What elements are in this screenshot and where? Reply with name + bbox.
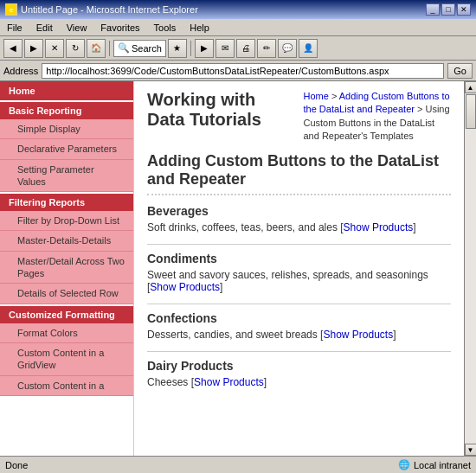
page-body: Home Basic Reporting Simple Display Decl… <box>0 81 464 456</box>
sidebar-item-custom-content-gridview[interactable]: Custom Content in a GridView <box>0 343 133 376</box>
scrollbar-thumb[interactable] <box>466 94 476 129</box>
breadcrumb-home[interactable]: Home <box>304 91 329 101</box>
title-bar: e Untitled Page - Microsoft Internet Exp… <box>0 0 476 19</box>
sidebar-item-details-selected-row[interactable]: Details of Selected Row <box>0 284 133 304</box>
menu-tools[interactable]: Tools <box>151 22 180 34</box>
breadcrumb-sep1: > <box>331 91 339 101</box>
category-name-confections: Confections <box>147 311 451 325</box>
address-label: Address <box>3 66 38 76</box>
article-title: Adding Custom Buttons to the DataList an… <box>147 152 451 195</box>
menu-edit[interactable]: Edit <box>33 22 56 34</box>
mail-button[interactable]: ✉ <box>215 39 235 58</box>
toolbar: ◀ ▶ ✕ ↻ 🏠 🔍 Search ★ ▶ ✉ 🖨 ✏ 💬 👤 <box>0 36 476 61</box>
address-bar: Address Go <box>0 61 476 81</box>
category-desc-beverages: Soft drinks, coffees, teas, beers, and a… <box>147 221 451 233</box>
search-box[interactable]: 🔍 Search <box>113 40 166 57</box>
divider-3 <box>147 351 451 352</box>
scrollbar[interactable]: ▲ ▼ <box>464 81 476 456</box>
category-desc-confections: Desserts, candies, and sweet breads [Sho… <box>147 329 451 341</box>
sidebar-item-master-details[interactable]: Master-Details-Details <box>0 231 133 251</box>
home-button[interactable]: 🏠 <box>87 39 106 58</box>
category-dairy: Dairy Products Cheeses [Show Products] <box>147 359 451 388</box>
window-controls[interactable]: _ □ ✕ <box>426 3 471 16</box>
sidebar-item-custom-content-2[interactable]: Custom Content in a <box>0 376 133 396</box>
refresh-button[interactable]: ↻ <box>66 39 85 58</box>
scrollbar-track[interactable] <box>465 93 477 444</box>
category-condiments: Condiments Sweet and savory sauces, reli… <box>147 252 451 293</box>
menu-file[interactable]: File <box>3 22 26 34</box>
category-confections: Confections Desserts, candies, and sweet… <box>147 311 451 341</box>
status-icon: 🌐 <box>398 459 410 470</box>
sidebar-item-master-detail-across[interactable]: Master/Detail Across Two Pages <box>0 252 133 284</box>
browser-content: Home Basic Reporting Simple Display Decl… <box>0 81 476 456</box>
go-button[interactable]: Go <box>447 63 473 79</box>
category-name-dairy: Dairy Products <box>147 359 451 373</box>
sidebar-item-filter-dropdown[interactable]: Filter by Drop-Down List <box>0 211 133 231</box>
main-content: Working with Data Tutorials Home > Addin… <box>134 81 464 456</box>
sidebar-home[interactable]: Home <box>0 81 133 100</box>
media-button[interactable]: ▶ <box>195 39 214 58</box>
sidebar-item-declarative-parameters[interactable]: Declarative Parameters <box>0 139 133 159</box>
minimize-button[interactable]: _ <box>426 3 440 16</box>
menu-favorites[interactable]: Favorites <box>97 22 143 34</box>
address-input[interactable] <box>42 63 444 79</box>
search-label: Search <box>132 43 162 54</box>
status-zone: Local intranet <box>414 460 471 470</box>
sidebar-item-format-colors[interactable]: Format Colors <box>0 323 133 343</box>
show-products-beverages[interactable]: Show Products <box>344 221 414 233</box>
close-button[interactable]: ✕ <box>457 3 471 16</box>
status-text: Done <box>5 460 28 470</box>
site-title: Working with Data Tutorials <box>147 90 295 144</box>
maximize-button[interactable]: □ <box>441 3 455 16</box>
discuss-button[interactable]: 💬 <box>278 39 297 58</box>
show-products-dairy[interactable]: Show Products <box>194 376 264 388</box>
divider-2 <box>147 304 451 304</box>
category-beverages: Beverages Soft drinks, coffees, teas, be… <box>147 204 451 233</box>
category-name-beverages: Beverages <box>147 204 451 218</box>
search-icon: 🔍 <box>118 42 130 54</box>
favorites-button[interactable]: ★ <box>168 39 187 58</box>
sidebar-item-simple-display[interactable]: Simple Display <box>0 119 133 139</box>
show-products-confections[interactable]: Show Products <box>323 329 393 341</box>
divider-1 <box>147 244 451 245</box>
sidebar-section-filtering-reports: Filtering Reports <box>0 194 133 211</box>
category-name-condiments: Condiments <box>147 252 451 265</box>
menu-help[interactable]: Help <box>186 22 213 34</box>
messenger-button[interactable]: 👤 <box>299 39 318 58</box>
edit-button[interactable]: ✏ <box>257 39 276 58</box>
sidebar-section-basic-reporting: Basic Reporting <box>0 102 133 119</box>
toolbar-separator <box>109 41 110 56</box>
forward-button[interactable]: ▶ <box>24 39 43 58</box>
sidebar-item-setting-parameter-values[interactable]: Setting Parameter Values <box>0 160 133 193</box>
toolbar-separator2 <box>190 41 191 56</box>
print-button[interactable]: 🖨 <box>236 39 255 58</box>
sidebar-section-customized-formatting: Customized Formatting <box>0 306 133 323</box>
category-desc-condiments: Sweet and savory sauces, relishes, sprea… <box>147 269 451 293</box>
show-products-condiments[interactable]: Show Products <box>150 281 220 293</box>
scroll-up-button[interactable]: ▲ <box>465 81 477 93</box>
stop-button[interactable]: ✕ <box>45 39 64 58</box>
sidebar: Home Basic Reporting Simple Display Decl… <box>0 81 134 456</box>
scroll-down-button[interactable]: ▼ <box>465 444 477 456</box>
back-button[interactable]: ◀ <box>3 39 23 58</box>
category-desc-dairy: Cheeses [Show Products] <box>147 376 451 388</box>
page-header: Working with Data Tutorials Home > Addin… <box>147 90 451 144</box>
app-icon: e <box>5 3 17 16</box>
status-bar: Done 🌐 Local intranet <box>0 456 476 473</box>
menu-bar: File Edit View Favorites Tools Help <box>0 19 476 36</box>
menu-view[interactable]: View <box>63 22 91 34</box>
window-title: Untitled Page - Microsoft Internet Explo… <box>21 4 198 15</box>
breadcrumb: Home > Adding Custom Buttons to the Data… <box>304 90 452 144</box>
status-right: 🌐 Local intranet <box>398 459 471 470</box>
